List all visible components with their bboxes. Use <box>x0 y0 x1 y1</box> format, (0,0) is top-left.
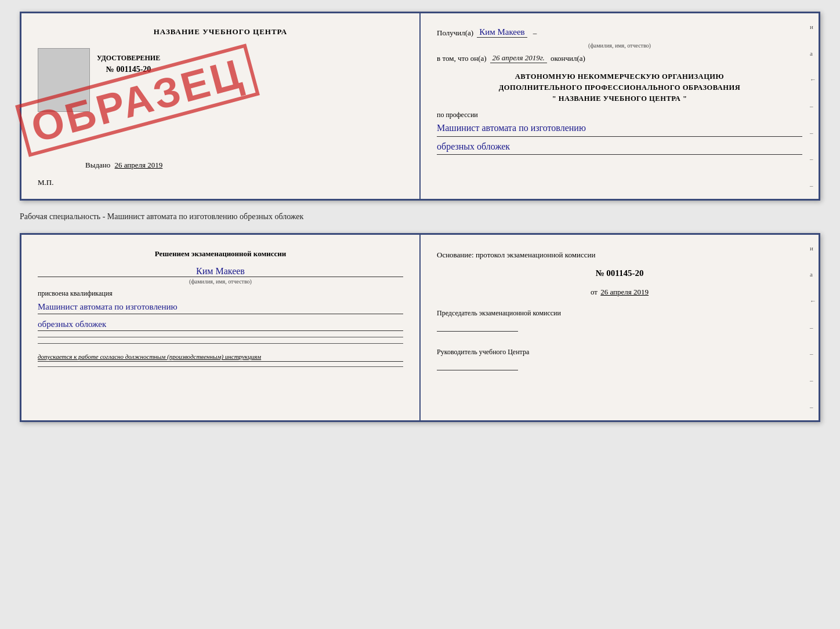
top-document: НАЗВАНИЕ УЧЕБНОГО ЦЕНТРА УДОСТОВЕРЕНИЕ №… <box>20 12 820 201</box>
org-line2: ДОПОЛНИТЕЛЬНОГО ПРОФЕССИОНАЛЬНОГО ОБРАЗО… <box>437 82 802 93</box>
top-doc-left: НАЗВАНИЕ УЧЕБНОГО ЦЕНТРА УДОСТОВЕРЕНИЕ №… <box>21 13 421 199</box>
mp-label: М.П. <box>38 178 53 187</box>
name-sublabel: (фамилия, имя, отчество) <box>437 42 802 49</box>
top-left-title: НАЗВАНИЕ УЧЕБНОГО ЦЕНТРА <box>38 27 403 37</box>
predsedatel-label: Председатель экзаменационной комиссии <box>437 308 802 319</box>
bottom-doc-left: Решением экзаменационной комиссии Ким Ма… <box>21 235 421 420</box>
date-prefix: от <box>591 288 598 296</box>
osnovanie-label: Основание: протокол экзаменационной коми… <box>437 249 802 261</box>
protokol-date: от 26 апреля 2019 <box>437 286 802 299</box>
org-line1: АВТОНОМНУЮ НЕКОММЕРЧЕСКУЮ ОРГАНИЗАЦИЮ <box>437 71 802 82</box>
org-block: АВТОНОМНУЮ НЕКОММЕРЧЕСКУЮ ОРГАНИЗАЦИЮ ДО… <box>437 71 802 104</box>
profession-line2: обрезных обложек <box>437 140 802 155</box>
profession-line1: Машинист автомата по изготовлению <box>437 122 802 136</box>
poluchil-row: Получил(а) Ким Макеев – <box>437 27 802 38</box>
vydano-label: Выдано <box>85 161 110 169</box>
bottom-doc-right: Основание: протокол экзаменационной коми… <box>421 235 819 420</box>
udostoverenie-block: УДОСТОВЕРЕНИЕ № 001145-20 <box>97 54 160 74</box>
rukovoditel-label: Руководитель учебного Центра <box>437 347 802 358</box>
org-line3: " НАЗВАНИЕ УЧЕБНОГО ЦЕНТРА " <box>437 93 802 104</box>
bottom-right-edge-marks: и а ← – – – – <box>810 235 816 420</box>
bottom-profession-line1: Машинист автомата по изготовлению <box>38 300 403 314</box>
line-spacer-2 <box>38 343 403 344</box>
right-edge-marks: и а ← – – – – <box>810 13 816 199</box>
line-spacer-1 <box>38 337 403 337</box>
predsedatel-block: Председатель экзаменационной комиссии <box>437 308 802 335</box>
prisvoena-label: присвоена квалификация <box>38 289 403 298</box>
line-spacer-3 <box>38 366 403 367</box>
vtom-date: 26 апреля 2019г. <box>490 53 547 63</box>
bottom-name-handwritten: Ким Макеев <box>38 266 403 277</box>
recipient-name: Ким Макеев <box>477 27 527 38</box>
okonchil-label: окончил(а) <box>551 54 585 63</box>
middle-label: Рабочая специальность - Машинист автомат… <box>20 210 820 224</box>
poluchil-label: Получил(а) <box>437 28 473 38</box>
protokol-number: № 001145-20 <box>437 266 802 281</box>
photo-placeholder <box>38 48 90 112</box>
bottom-name-sublabel: (фамилия, имя, отчество) <box>38 278 403 285</box>
vydano-line: Выдано 26 апреля 2019 <box>85 161 162 170</box>
resheniem-label: Решением экзаменационной комиссии <box>38 249 403 259</box>
dash-after-name: – <box>533 28 537 38</box>
udostoverenie-label: УДОСТОВЕРЕНИЕ <box>97 54 160 63</box>
po-professii-label: по профессии <box>437 111 802 119</box>
vtom-row: в том, что он(а) 26 апреля 2019г. окончи… <box>437 53 802 63</box>
protokol-date-value: 26 апреля 2019 <box>600 288 649 296</box>
vydano-date: 26 апреля 2019 <box>115 161 163 169</box>
rukovoditel-block: Руководитель учебного Центра <box>437 347 802 374</box>
bottom-document: Решением экзаменационной комиссии Ким Ма… <box>20 233 820 422</box>
predsedatel-sig-line <box>437 321 518 332</box>
udostoverenie-number: № 001145-20 <box>97 65 160 74</box>
rukovoditel-sig-line <box>437 360 518 370</box>
bottom-name-block: Ким Макеев (фамилия, имя, отчество) <box>38 266 403 285</box>
bottom-profession-line2: обрезных обложек <box>38 318 403 332</box>
top-doc-right: Получил(а) Ким Макеев – (фамилия, имя, о… <box>421 13 819 199</box>
dopuskaetsya-line: допускается к работе согласно должностны… <box>38 353 403 362</box>
vtom-prefix: в том, что он(а) <box>437 54 487 63</box>
